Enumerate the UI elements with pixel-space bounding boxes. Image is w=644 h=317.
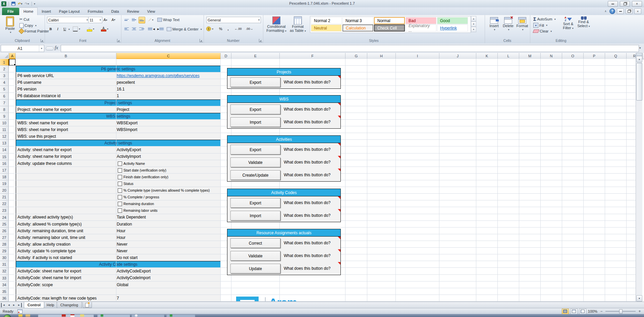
ribbon-tab-file[interactable]: File xyxy=(2,8,19,15)
ribbon-tab-view[interactable]: View xyxy=(143,8,159,15)
row-header-8[interactable]: 8 xyxy=(0,106,9,113)
update-button[interactable]: Update xyxy=(230,264,280,273)
zoom-slider[interactable] xyxy=(605,311,636,312)
paste-button[interactable]: Paste▾ xyxy=(2,16,18,35)
align-right-button[interactable] xyxy=(139,26,145,32)
expand-formula-bar-icon[interactable]: ▾ xyxy=(639,46,641,50)
decrease-decimal-button[interactable]: .00→ xyxy=(246,26,253,32)
row-header-11[interactable]: 11 xyxy=(0,126,9,133)
column-header-Q[interactable]: Q xyxy=(605,53,627,59)
column-header-P[interactable]: P xyxy=(584,53,605,59)
accounting-format-button[interactable]: $▾ xyxy=(206,26,213,32)
style-hyperlink[interactable]: Hyperlink xyxy=(437,24,468,31)
next-sheet-icon[interactable]: ► xyxy=(12,303,16,307)
row-header-31[interactable]: 31 xyxy=(0,261,9,268)
italic-button[interactable]: I xyxy=(55,26,61,32)
increase-indent-button[interactable]: ▸ xyxy=(157,26,164,32)
validate-button[interactable]: Validate xyxy=(230,251,280,261)
copy-button[interactable]: Copy▾ xyxy=(19,23,37,28)
formula-bar-grip[interactable] xyxy=(46,47,54,51)
taskbar-app-button[interactable] xyxy=(62,314,66,317)
restore-window-button[interactable] xyxy=(620,1,630,7)
row-header-29[interactable]: 29 xyxy=(0,248,9,254)
cut-button[interactable]: ✂Cut xyxy=(19,17,29,21)
row-header-4[interactable]: 4 xyxy=(0,79,9,86)
row-header-30[interactable]: 30 xyxy=(0,254,9,261)
active-cell-selection[interactable] xyxy=(9,59,16,66)
checkbox[interactable] xyxy=(118,168,122,173)
align-center-button[interactable] xyxy=(131,26,137,32)
ribbon-tab-formulas[interactable]: Formulas xyxy=(84,8,107,15)
macro-record-icon[interactable] xyxy=(17,309,22,314)
last-sheet-icon[interactable]: ► xyxy=(17,303,22,307)
comma-style-button[interactable]: , xyxy=(225,26,231,32)
column-header-G[interactable]: G xyxy=(345,53,367,59)
row-header-14[interactable]: 14 xyxy=(0,146,9,153)
collapse-ribbon-icon[interactable]: ∧ xyxy=(603,9,608,13)
row-header-12[interactable]: 12 xyxy=(0,133,9,140)
format-as-table-button[interactable]: Format as Table▾ xyxy=(288,16,307,33)
formula-input[interactable] xyxy=(61,45,639,52)
align-top-button[interactable] xyxy=(124,17,130,23)
zoom-slider-thumb[interactable] xyxy=(619,309,623,314)
checkbox[interactable] xyxy=(118,175,122,179)
row-header-2[interactable]: 2 xyxy=(0,66,9,72)
vertical-scroll-thumb[interactable] xyxy=(636,63,642,101)
row-header-23[interactable]: 23 xyxy=(0,207,9,214)
style-normal-3[interactable]: Normal 3 xyxy=(342,17,373,24)
scroll-up-icon[interactable]: ▲ xyxy=(636,56,642,62)
previous-sheet-icon[interactable]: ◄ xyxy=(7,303,11,307)
number-format-combo[interactable]: General▾ xyxy=(206,17,261,23)
merge-center-button[interactable]: Merge & Center▾ xyxy=(167,27,202,31)
font-color-button[interactable]: A▾ xyxy=(101,26,108,32)
import-button[interactable]: Import xyxy=(230,211,280,220)
correct-button[interactable]: Correct xyxy=(230,238,280,248)
gallery-scroll-up-icon[interactable]: ▴ xyxy=(471,16,476,21)
close-window-button[interactable]: × xyxy=(632,1,642,7)
insert-function-button[interactable]: fx xyxy=(55,45,58,51)
style-calculation[interactable]: Calculation xyxy=(342,24,373,31)
align-left-button[interactable] xyxy=(124,26,130,32)
minimize-window-button[interactable] xyxy=(608,1,618,7)
export-button[interactable]: Export xyxy=(230,145,280,154)
style-normal[interactable]: Normal xyxy=(374,17,405,24)
select-all-button[interactable] xyxy=(0,53,9,59)
normal-view-button[interactable] xyxy=(562,309,569,314)
export-button[interactable]: Export xyxy=(230,198,280,208)
style-neutral[interactable]: Neutral xyxy=(311,24,342,31)
font-family-combo[interactable]: Calibri▾ xyxy=(47,17,89,23)
help-button[interactable]: ? xyxy=(609,8,615,14)
underline-button[interactable]: U xyxy=(62,26,68,32)
row-header-36[interactable]: 36 xyxy=(0,295,9,302)
column-header-H[interactable]: H xyxy=(367,53,396,59)
minimize-workbook-button[interactable] xyxy=(617,8,624,14)
row-header-26[interactable]: 26 xyxy=(0,228,9,234)
ribbon-tab-page-layout[interactable]: Page Layout xyxy=(55,8,84,15)
sheet-tab-help[interactable]: Help xyxy=(43,302,58,308)
format-cells-button[interactable]: Format▾ xyxy=(516,17,529,32)
zoom-level[interactable]: 100% xyxy=(588,309,597,313)
gallery-scroll-down-icon[interactable]: ▾ xyxy=(471,21,476,27)
ribbon-tab-review[interactable]: Review xyxy=(123,8,143,15)
taskbar-window-button[interactable] xyxy=(38,314,94,317)
restore-workbook-button[interactable] xyxy=(626,8,633,14)
first-sheet-icon[interactable]: ◄ xyxy=(1,303,6,307)
page-layout-view-button[interactable] xyxy=(571,309,578,314)
vertical-scrollbar[interactable]: ▲ ▼ xyxy=(636,53,642,302)
clipboard-dialog-launcher[interactable] xyxy=(41,39,44,42)
row-header-15[interactable]: 15 xyxy=(0,153,9,160)
row-header-19[interactable]: 19 xyxy=(0,180,9,187)
name-box-dropdown-icon[interactable]: ▾ xyxy=(39,45,44,52)
sheet-tab-control[interactable]: Control xyxy=(24,302,44,308)
insert-worksheet-tab[interactable] xyxy=(83,302,92,308)
borders-button[interactable]: ▾ xyxy=(73,26,80,32)
style-explanatory-[interactable]: Explanatory ... xyxy=(406,24,436,31)
taskbar-app-button[interactable] xyxy=(70,314,74,317)
percent-style-button[interactable]: % xyxy=(218,26,224,32)
page-break-view-button[interactable] xyxy=(579,309,586,314)
name-box[interactable]: A1 ▾ xyxy=(1,45,44,52)
number-dialog-launcher[interactable] xyxy=(259,39,262,42)
column-header-K[interactable]: K xyxy=(476,53,498,59)
row-header-1[interactable]: 1 xyxy=(0,59,9,66)
row-header-18[interactable]: 18 xyxy=(0,174,9,180)
